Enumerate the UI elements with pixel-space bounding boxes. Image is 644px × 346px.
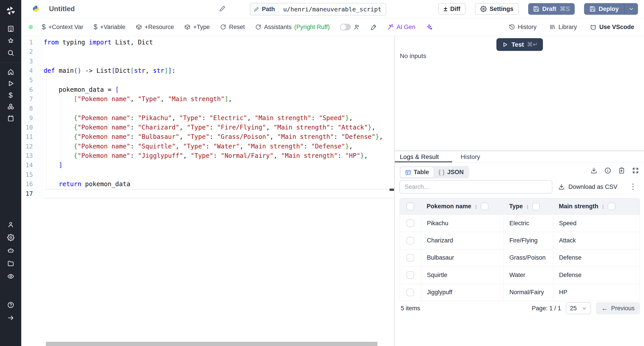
code-line-9[interactable]: 9 {"Pokemon name": "Pikachu", "Type": "E… xyxy=(21,113,394,123)
info-icon[interactable] xyxy=(604,167,611,174)
table-cell: Squirtle xyxy=(421,267,503,284)
edit-title-pencil-icon[interactable] xyxy=(219,5,226,13)
sidebar-home-icon[interactable] xyxy=(7,68,15,76)
column-filter-checkbox[interactable] xyxy=(481,203,488,210)
select-all-checkbox[interactable] xyxy=(406,203,414,210)
row-checkbox[interactable] xyxy=(406,237,414,244)
sidebar-building-icon[interactable] xyxy=(7,25,15,33)
sidebar-search-icon[interactable] xyxy=(7,49,15,57)
use-vscode-button[interactable]: Use VScode xyxy=(590,24,634,31)
page-size-select[interactable]: 25 xyxy=(566,302,591,314)
sidebar-help-icon[interactable] xyxy=(7,301,15,309)
code-line-12[interactable]: 12 {"Pokemon name": "Squirtle", "Type": … xyxy=(21,142,394,151)
sidebar-dollar-icon[interactable]: $ xyxy=(7,91,15,99)
download-csv-button[interactable]: Download as CSV xyxy=(558,182,618,192)
add-variable-button[interactable]: $ +Variable xyxy=(94,23,126,31)
settings-button[interactable]: Settings xyxy=(475,3,519,15)
code-line-6[interactable]: 6 pokemon_data = [ xyxy=(21,85,394,94)
deploy-split-button: Deploy xyxy=(584,3,638,15)
table-cell: Attack xyxy=(553,232,640,249)
table-row[interactable]: PikachuElectricSpeed xyxy=(400,214,640,232)
table-row[interactable]: JigglypuffNormal/FairyHP xyxy=(400,284,640,301)
view-json-button[interactable]: { } JSON xyxy=(434,167,468,177)
view-table-button[interactable]: Table xyxy=(400,167,434,177)
horizontal-scrollbar-thumb[interactable] xyxy=(46,342,378,346)
toggle-switch[interactable] xyxy=(340,24,351,30)
assistants-button[interactable]: Assistants (Pyright Ruff) xyxy=(255,24,330,31)
sidebar-star-icon[interactable] xyxy=(7,37,15,45)
code-line-8[interactable]: 8 xyxy=(21,104,394,113)
ai-gen-button[interactable]: AI Gen xyxy=(387,24,415,31)
search-input[interactable] xyxy=(399,180,552,193)
table-row[interactable]: BulbasaurGrass/PoisonDefense xyxy=(400,249,640,266)
sidebar-cubes-icon[interactable] xyxy=(7,103,15,111)
code-line-5[interactable]: 5 xyxy=(21,75,394,85)
column-header-main-strength[interactable]: Main strength↕ xyxy=(553,198,640,214)
more-options-kebab-icon[interactable]: ⋮ xyxy=(629,182,637,191)
add-type-button[interactable]: +Type xyxy=(184,24,210,31)
deploy-button[interactable]: Deploy xyxy=(584,3,624,15)
row-checkbox[interactable] xyxy=(406,271,414,279)
reset-button[interactable]: Reset xyxy=(220,24,245,31)
table-row[interactable]: CharizardFire/FlyingAttack xyxy=(400,232,640,249)
sort-icon[interactable]: ↕ xyxy=(602,203,605,210)
sidebar-robot-icon[interactable] xyxy=(7,246,15,254)
download-result-icon[interactable] xyxy=(590,167,598,174)
code-line-17[interactable]: 17 xyxy=(21,189,394,198)
add-context-var-button[interactable]: $ +Context Var xyxy=(42,23,84,31)
assistants-detail: (Pyright Ruff) xyxy=(294,24,330,31)
code-line-11[interactable]: 11 {"Pokemon name": "Bulbasaur", "Type":… xyxy=(21,132,394,142)
diff-icon: ± xyxy=(444,5,447,13)
code-line-14[interactable]: 14 ] xyxy=(21,161,394,170)
code-line-15[interactable]: 15 xyxy=(21,170,394,179)
column-header-type[interactable]: Type↕ xyxy=(503,198,553,214)
code-editor[interactable]: 1from typing import List, Dict234def mai… xyxy=(21,36,394,346)
deploy-dropdown-button[interactable] xyxy=(624,3,638,15)
sidebar-play-icon[interactable] xyxy=(7,79,15,88)
path-value[interactable]: u/henri/maneuverable_script xyxy=(279,3,386,15)
tab-logs-result[interactable]: Logs & Result xyxy=(400,153,439,161)
history-button[interactable]: History xyxy=(509,24,536,31)
code-line-1[interactable]: 1from typing import List, Dict xyxy=(21,38,394,47)
sidebar-calendar-icon[interactable] xyxy=(7,114,15,122)
table-cell: Defense xyxy=(553,267,640,284)
column-header-pokemon-name[interactable]: Pokemon name↕ xyxy=(421,198,503,214)
sidebar-gear-icon[interactable] xyxy=(7,233,15,242)
sidebar-user-icon[interactable] xyxy=(7,220,15,229)
row-checkbox[interactable] xyxy=(406,254,414,262)
test-run-button[interactable]: Test ⌘↵ xyxy=(496,38,543,51)
sort-icon[interactable]: ↕ xyxy=(474,203,478,210)
table-row[interactable]: SquirtleWaterDefense xyxy=(400,266,640,284)
sidebar-eye-icon[interactable] xyxy=(7,272,15,280)
code-line-2[interactable]: 2 xyxy=(21,47,394,56)
tab-history[interactable]: History xyxy=(461,153,480,161)
expand-icon[interactable] xyxy=(632,167,639,174)
diff-button[interactable]: ± Diff xyxy=(438,3,466,15)
sort-icon[interactable]: ↕ xyxy=(526,203,529,210)
line-content: {"Pokemon name": "Bulbasaur", "Type": "G… xyxy=(44,132,394,142)
add-resource-button[interactable]: +Resource xyxy=(136,24,174,31)
copy-clipboard-icon[interactable] xyxy=(618,167,625,174)
library-button[interactable]: Library xyxy=(550,24,577,31)
column-filter-checkbox[interactable] xyxy=(608,203,616,210)
path-field[interactable]: Path u/henri/maneuverable_script xyxy=(250,3,386,15)
code-line-13[interactable]: 13 {"Pokemon name": "Jigglypuff", "Type"… xyxy=(21,151,394,161)
code-line-10[interactable]: 10 {"Pokemon name": "Charizard", "Type":… xyxy=(21,123,394,132)
code-line-7[interactable]: 7 ["Pokemon name", "Type", "Main strengt… xyxy=(21,94,394,104)
ai-sparkles-button[interactable] xyxy=(426,24,432,30)
code-line-4[interactable]: 4def main() -> List[Dict[str, str]]: xyxy=(21,66,394,75)
row-checkbox[interactable] xyxy=(406,289,414,296)
column-filter-checkbox[interactable] xyxy=(532,203,540,210)
line-content xyxy=(44,47,394,56)
previous-page-button[interactable]: ← Previous xyxy=(596,302,640,314)
previous-label: Previous xyxy=(611,305,634,312)
code-line-16[interactable]: 16 return pokemon_data xyxy=(21,179,394,189)
format-button[interactable] xyxy=(370,24,377,30)
table-controls: Download as CSV ⋮ xyxy=(395,180,644,193)
draft-button[interactable]: Draft ⌘S xyxy=(528,3,575,15)
sidebar-arrowRight-icon[interactable] xyxy=(7,314,15,322)
windmill-logo-icon[interactable] xyxy=(0,0,21,21)
row-checkbox[interactable] xyxy=(406,219,414,227)
code-line-3[interactable]: 3 xyxy=(21,57,394,66)
sidebar-folder-icon[interactable] xyxy=(7,259,15,267)
